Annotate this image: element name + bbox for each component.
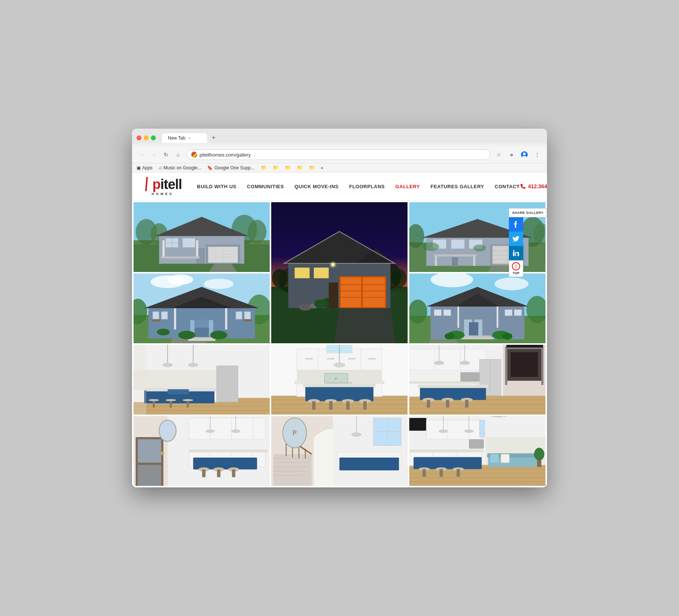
new-tab-button[interactable]: + — [209, 132, 219, 143]
svg-rect-300 — [340, 458, 399, 470]
folder-bookmark-5[interactable]: 📁 — [309, 165, 315, 171]
close-button[interactable] — [137, 135, 141, 140]
svg-point-166 — [163, 363, 173, 367]
back-to-top-button[interactable]: ⇧ TOP — [509, 260, 523, 277]
tab-close-button[interactable]: × — [188, 136, 190, 140]
svg-rect-26 — [163, 240, 165, 257]
gallery-item-8[interactable]: P — [271, 345, 407, 415]
folder-bookmark-2[interactable]: 📁 — [273, 165, 279, 171]
nav-features-gallery[interactable]: FEATURES GALLERY — [430, 184, 484, 189]
traffic-lights — [137, 135, 156, 140]
camera-icon[interactable]: ⎈ — [506, 149, 517, 160]
logo-icon — [143, 177, 152, 192]
svg-rect-201 — [312, 401, 316, 410]
svg-rect-163 — [183, 399, 193, 401]
svg-rect-126 — [457, 306, 459, 327]
svg-point-52 — [330, 261, 336, 268]
gallery-item-7[interactable] — [134, 345, 270, 415]
menu-icon[interactable]: ⋮ — [532, 149, 542, 160]
svg-rect-27 — [196, 240, 198, 257]
folder-bookmark-4[interactable]: 📁 — [297, 165, 303, 171]
svg-marker-134 — [426, 339, 460, 343]
svg-point-258 — [161, 452, 164, 455]
share-gallery-button[interactable]: SHARE GALLERY — [509, 208, 547, 217]
svg-rect-225 — [506, 345, 543, 347]
svg-point-1 — [523, 153, 526, 155]
share-facebook-button[interactable] — [509, 217, 523, 232]
apps-grid-icon: ▣ — [137, 165, 141, 171]
gallery-item-2[interactable] — [271, 202, 407, 343]
svg-rect-260 — [189, 418, 266, 439]
tab-title: New Tab — [168, 135, 185, 141]
svg-rect-106 — [188, 339, 215, 341]
folder-icon-3: 📁 — [285, 165, 291, 171]
svg-rect-316 — [490, 454, 499, 463]
svg-rect-240 — [446, 400, 449, 407]
minimize-button[interactable] — [144, 135, 149, 140]
gallery-item-4[interactable] — [134, 273, 270, 343]
gallery-item-11[interactable]: P — [271, 416, 407, 486]
back-button[interactable]: ← — [137, 149, 147, 160]
folder-icon-5: 📁 — [309, 165, 315, 171]
nav-build-with-us[interactable]: BUILD WITH US — [197, 184, 237, 189]
nav-floorplans[interactable]: FLOORPLANS — [349, 184, 385, 189]
svg-rect-78 — [452, 257, 458, 267]
svg-rect-247 — [460, 372, 479, 382]
maximize-button[interactable] — [151, 135, 156, 140]
reload-button[interactable]: ↻ — [161, 149, 171, 160]
music-icon: ♫ — [158, 165, 162, 171]
svg-rect-94 — [225, 308, 227, 329]
active-tab[interactable]: New Tab × — [162, 133, 207, 143]
profile-icon[interactable] — [519, 149, 530, 160]
nav-gallery[interactable]: GALLERY — [395, 184, 420, 189]
svg-text:P: P — [293, 430, 297, 436]
home-button[interactable]: ⌂ — [173, 149, 183, 160]
svg-point-133 — [502, 333, 512, 339]
share-linkedin-button[interactable] — [509, 246, 523, 260]
google-one-bookmark[interactable]: 🔖 Google One Supp... — [207, 165, 254, 171]
svg-rect-97 — [236, 312, 242, 319]
folder-bookmark-1[interactable]: 📁 — [261, 165, 267, 171]
star-icon[interactable]: ☆ — [493, 149, 504, 160]
nav-contact[interactable]: CONTACT — [495, 184, 520, 189]
address-bar[interactable]: pitellhomes.com/gallery — [186, 149, 490, 160]
phone-icon — [520, 183, 526, 189]
svg-rect-183 — [327, 358, 334, 359]
music-bookmark[interactable]: ♫ Music on Google... — [158, 165, 201, 171]
phone-number[interactable]: 412.364.9411 — [520, 183, 547, 189]
gallery-item-5[interactable] — [409, 273, 545, 343]
svg-rect-44 — [363, 277, 385, 307]
svg-point-81 — [473, 244, 486, 251]
logo[interactable]: pitell HOMES — [143, 177, 182, 196]
gallery-item-10[interactable] — [134, 416, 270, 486]
svg-rect-127 — [496, 306, 498, 327]
svg-rect-198 — [306, 386, 374, 401]
svg-point-35 — [392, 269, 407, 288]
forward-button[interactable]: → — [149, 149, 159, 160]
svg-rect-41 — [314, 267, 329, 278]
more-bookmarks[interactable]: » — [321, 165, 324, 171]
svg-rect-203 — [329, 401, 333, 410]
top-label: TOP — [513, 271, 519, 275]
toolbar-icons: ☆ ⎈ ⋮ — [493, 149, 542, 160]
gallery-item-1[interactable] — [134, 202, 270, 272]
house-5-image — [409, 273, 545, 343]
nav-quick-move-ins[interactable]: QUICK MOVE-INS — [295, 184, 339, 189]
svg-rect-273 — [217, 470, 220, 477]
gallery-item-12[interactable] — [409, 416, 545, 486]
folder-bookmark-3[interactable]: 📁 — [285, 165, 291, 171]
music-label: Music on Google... — [163, 165, 201, 171]
share-twitter-button[interactable] — [509, 232, 523, 246]
svg-rect-221 — [510, 352, 538, 377]
nav-communities[interactable]: COMMUNITIES — [247, 184, 284, 189]
svg-rect-119 — [434, 309, 441, 316]
gallery-item-9[interactable] — [409, 345, 545, 415]
svg-rect-103 — [152, 319, 161, 321]
svg-text:P: P — [335, 377, 337, 381]
apps-bookmark[interactable]: ▣ Apps — [137, 165, 152, 171]
svg-rect-96 — [161, 312, 167, 319]
svg-rect-76 — [473, 255, 475, 266]
svg-rect-319 — [537, 461, 541, 467]
svg-rect-157 — [167, 389, 189, 395]
svg-point-57 — [314, 300, 326, 308]
